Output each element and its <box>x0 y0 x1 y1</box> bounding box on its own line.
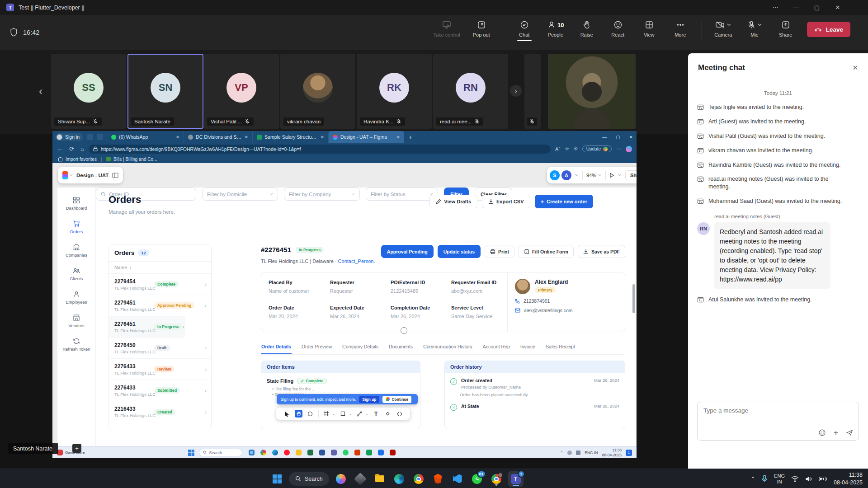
figma-doc-title[interactable]: Design - UAT <box>76 173 108 178</box>
browser-close-icon[interactable]: ✕ <box>629 135 633 140</box>
rectangle-tool-icon[interactable] <box>339 410 347 418</box>
zoom-level-button[interactable]: 94% <box>586 173 602 178</box>
save-as-pdf-button[interactable]: Save as PDF <box>578 245 625 258</box>
share-button[interactable]: Share <box>776 20 796 41</box>
wifi-icon[interactable] <box>791 476 799 482</box>
copilot-icon[interactable] <box>333 471 349 487</box>
raise-hand-button[interactable]: Raise <box>577 20 597 41</box>
order-row[interactable]: 2276433TL Flex Holdings LLC Submitted› <box>109 380 211 401</box>
chevron-down-icon[interactable]: ⌄ <box>366 412 368 416</box>
browser-maximize-icon[interactable]: ▢ <box>616 135 620 140</box>
file-explorer-icon[interactable] <box>296 450 302 455</box>
tab-company-details[interactable]: Company Details <box>342 340 379 354</box>
favorite-star-icon[interactable]: ☆ <box>565 146 569 152</box>
pinned-app-icon[interactable] <box>249 450 255 455</box>
view-drafts-button[interactable]: View Drafts <box>429 195 477 208</box>
name-column-header[interactable]: Name↓ <box>109 262 211 274</box>
contact-person-link[interactable]: Contact_Person. <box>338 258 375 264</box>
mic-chevron-icon[interactable] <box>758 23 762 26</box>
favorite-bill-link[interactable]: Bills | Billing and Co... <box>106 157 157 162</box>
more-button[interactable]: More <box>670 20 690 41</box>
close-chat-icon[interactable]: ✕ <box>852 64 858 72</box>
participant-tile[interactable]: vikram chavan <box>280 54 355 129</box>
banner-continue-button[interactable]: Continue <box>382 396 411 403</box>
new-tab-icon[interactable]: + <box>409 134 412 141</box>
attach-plus-icon[interactable]: + <box>834 429 838 436</box>
edge-icon[interactable] <box>272 450 278 455</box>
component-tool-icon[interactable] <box>384 410 392 418</box>
filter-domicile-select[interactable]: Filter by Domicile <box>202 188 278 201</box>
taskbar-search[interactable]: Search <box>199 449 242 456</box>
language-indicator[interactable]: ENG IN <box>585 450 598 455</box>
app-gem-icon[interactable] <box>353 471 368 487</box>
sidebar-item-vendors[interactable]: Vendors <box>58 314 94 328</box>
update-status-button[interactable]: Update status <box>438 245 481 258</box>
filmstrip-prev-icon[interactable]: ‹ <box>39 86 42 97</box>
window-close-icon[interactable]: ✕ <box>827 0 848 15</box>
sheets-icon[interactable] <box>366 450 372 455</box>
tray-expand-icon[interactable]: ⌃ <box>560 450 563 455</box>
window-more-icon[interactable]: ⋯ <box>765 0 786 15</box>
back-icon[interactable]: ← <box>57 145 63 152</box>
tray-expand-icon[interactable]: ⌃ <box>750 476 755 482</box>
connector-tool-icon[interactable] <box>356 410 363 418</box>
tab-account-rep[interactable]: Account Rep <box>482 340 510 354</box>
sidebar-item-refresh-token[interactable]: Refresh Token <box>58 338 94 352</box>
participant-tile[interactable]: VP Vishal Patil ... <box>204 54 279 129</box>
participant-tile[interactable]: RN read.ai mee... <box>433 54 508 129</box>
notification-badge[interactable]: 1 <box>626 450 632 456</box>
browser-tab-whatsapp[interactable]: (6) WhatsApp✕ <box>107 131 184 143</box>
create-new-order-button[interactable]: + Create new order <box>535 195 593 208</box>
clock[interactable]: 11:38 08-04-2025 <box>602 448 622 457</box>
present-icon[interactable] <box>609 173 614 178</box>
frame-tool-icon[interactable] <box>322 410 330 418</box>
excel-icon[interactable] <box>307 450 313 455</box>
fill-online-form-button[interactable]: Fill Online Form <box>519 245 574 258</box>
sidebar-item-employees[interactable]: Employees <box>58 291 94 305</box>
home-icon[interactable]: ⌂ <box>80 145 84 152</box>
taskbar-clock[interactable]: 11:3808-04-2025 <box>834 471 863 486</box>
code-tool-icon[interactable] <box>396 410 403 418</box>
tray-icon[interactable] <box>567 450 572 455</box>
window-maximize-icon[interactable]: ▢ <box>807 0 827 15</box>
battery-icon[interactable] <box>819 476 827 482</box>
read-aloud-icon[interactable]: A» <box>555 146 560 152</box>
print-button[interactable]: Print <box>485 245 514 258</box>
vertical-tabs-icon[interactable] <box>97 134 103 140</box>
collaborator-avatar[interactable]: A <box>561 170 571 180</box>
shape-tool-icon[interactable] <box>307 410 314 418</box>
whatsapp-icon[interactable] <box>343 450 349 455</box>
tab-close-icon[interactable]: ✕ <box>321 135 324 140</box>
canvas-scrollbar[interactable] <box>632 284 635 313</box>
send-icon[interactable] <box>846 429 854 436</box>
extensions-icon[interactable]: ⟐ <box>574 146 578 152</box>
order-row[interactable]: 2279451TL Flex Holdings LLC Approval Pen… <box>109 295 211 316</box>
pop-out-button[interactable]: Pop out <box>472 20 491 41</box>
contact-phone-row[interactable]: 2123874901 <box>515 298 619 304</box>
emoji-icon[interactable] <box>818 429 826 436</box>
camera-button[interactable]: Camera <box>713 20 733 41</box>
filter-status-select[interactable]: Filter by Status <box>366 188 438 201</box>
sidebar-item-dashboard[interactable]: Dashboard <box>58 197 94 211</box>
whatsapp-icon[interactable]: 81 <box>469 471 485 487</box>
tab-close-icon[interactable]: ✕ <box>396 135 400 140</box>
copilot-icon[interactable] <box>626 146 632 152</box>
update-button[interactable]: Update <box>582 145 612 152</box>
hand-tool-icon[interactable] <box>295 410 302 418</box>
file-explorer-icon[interactable] <box>372 471 387 487</box>
volume-icon[interactable] <box>805 476 812 482</box>
filmstrip-next-icon[interactable]: › <box>510 85 522 97</box>
order-row[interactable]: 2216433TL Flex Holdings LLC Created› <box>109 401 211 422</box>
chevron-down-icon[interactable]: ⌄ <box>332 412 335 416</box>
people-button[interactable]: 10 People <box>546 20 566 41</box>
chrome-icon[interactable] <box>411 471 426 487</box>
figma-share-button[interactable]: Share <box>625 170 637 180</box>
start-button[interactable] <box>188 450 194 456</box>
banner-signup-button[interactable]: Sign up <box>359 396 379 403</box>
sidebar-item-clients[interactable]: Clients <box>58 267 94 281</box>
browser-menu-icon[interactable]: ⋯ <box>616 146 621 152</box>
teams-icon[interactable] <box>331 450 337 455</box>
mic-button[interactable]: Mic <box>745 20 764 41</box>
workspaces-icon[interactable] <box>87 134 93 140</box>
browser-tab-figma-active[interactable]: Design - UAT – Figma✕ <box>328 131 404 143</box>
